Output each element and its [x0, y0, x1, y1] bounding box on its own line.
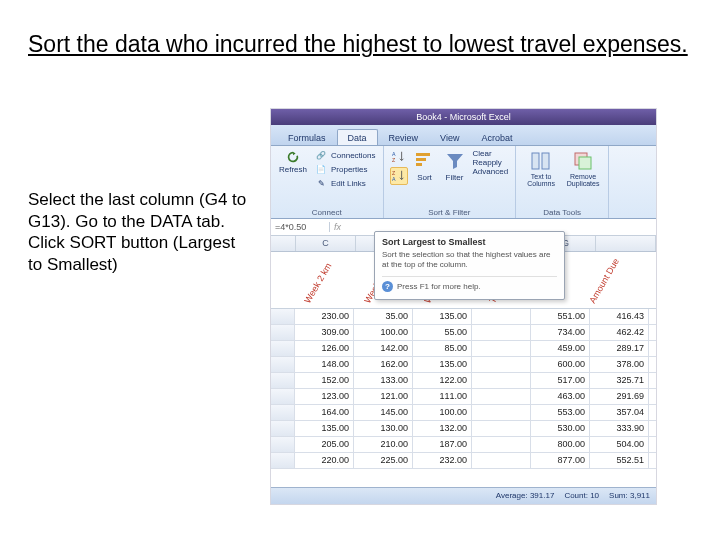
cell[interactable]: 121.00 [354, 389, 413, 404]
tab-data[interactable]: Data [337, 129, 378, 145]
cell[interactable]: 187.00 [413, 437, 472, 452]
cell[interactable]: 135.00 [295, 421, 354, 436]
cell[interactable]: 100.00 [354, 325, 413, 340]
group-label-sort: Sort & Filter [390, 208, 510, 217]
cell[interactable]: 600.00 [531, 357, 590, 372]
ribbon: Refresh 🔗Connections 📄Properties ✎Edit L… [271, 146, 656, 219]
cell[interactable]: 232.00 [413, 453, 472, 468]
fx-label: fx [330, 222, 345, 232]
window-titlebar: Book4 - Microsoft Excel [271, 109, 656, 125]
cell[interactable]: 123.00 [295, 389, 354, 404]
help-icon: ? [382, 281, 393, 292]
cell[interactable]: 553.00 [531, 405, 590, 420]
svg-rect-6 [416, 163, 422, 166]
cell[interactable]: 416.43 [590, 309, 649, 324]
cell[interactable]: 289.17 [590, 341, 649, 356]
cell[interactable] [472, 357, 531, 372]
cell[interactable]: 111.00 [413, 389, 472, 404]
cell[interactable]: 378.00 [590, 357, 649, 372]
cell[interactable]: 152.00 [295, 373, 354, 388]
col-header[interactable] [596, 236, 656, 251]
cell[interactable]: 504.00 [590, 437, 649, 452]
cell[interactable] [472, 437, 531, 452]
cell[interactable]: 35.00 [354, 309, 413, 324]
cell[interactable]: 133.00 [354, 373, 413, 388]
cell[interactable]: 142.00 [354, 341, 413, 356]
cell[interactable] [472, 453, 531, 468]
text-to-columns-button[interactable]: Text to Columns [522, 149, 560, 188]
cell[interactable]: 135.00 [413, 309, 472, 324]
tooltip-body: Sort the selection so that the highest v… [382, 250, 557, 270]
col-header[interactable]: C [296, 236, 356, 251]
tab-acrobat[interactable]: Acrobat [470, 129, 523, 145]
sort-dialog-button[interactable]: Sort [412, 149, 438, 183]
refresh-button[interactable]: Refresh [277, 149, 309, 175]
cell[interactable]: 230.00 [295, 309, 354, 324]
tab-formulas[interactable]: Formulas [277, 129, 337, 145]
col-header[interactable] [271, 236, 296, 251]
cell[interactable]: 463.00 [531, 389, 590, 404]
sort-tooltip: Sort Largest to Smallest Sort the select… [374, 231, 565, 300]
cell[interactable] [472, 325, 531, 340]
cell[interactable]: 122.00 [413, 373, 472, 388]
cell[interactable]: 148.00 [295, 357, 354, 372]
tab-view[interactable]: View [429, 129, 470, 145]
sort-az-button[interactable]: AZ [390, 149, 408, 165]
properties-icon: 📄 [314, 163, 328, 177]
remove-dup-icon [572, 150, 594, 172]
table-row: 123.00121.00111.00463.00291.69 [271, 389, 656, 405]
cell[interactable]: 517.00 [531, 373, 590, 388]
group-label-connections: Connect [277, 208, 377, 217]
cell[interactable]: 220.00 [295, 453, 354, 468]
cell[interactable] [472, 373, 531, 388]
connections-button[interactable]: 🔗Connections [313, 149, 376, 163]
cell[interactable]: 225.00 [354, 453, 413, 468]
cell[interactable]: 132.00 [413, 421, 472, 436]
cell[interactable]: 325.71 [590, 373, 649, 388]
remove-duplicates-button[interactable]: Remove Duplicates [564, 149, 602, 188]
cell[interactable]: 530.00 [531, 421, 590, 436]
cell[interactable]: 145.00 [354, 405, 413, 420]
name-box[interactable]: =4*0.50 [271, 222, 330, 232]
tab-review[interactable]: Review [378, 129, 430, 145]
cell[interactable]: 205.00 [295, 437, 354, 452]
cell[interactable]: 357.04 [590, 405, 649, 420]
sort-icon [414, 150, 436, 172]
advanced-button[interactable]: Advanced [472, 167, 510, 176]
cell[interactable]: 734.00 [531, 325, 590, 340]
cell[interactable] [472, 389, 531, 404]
cell[interactable]: 309.00 [295, 325, 354, 340]
cell[interactable]: 552.51 [590, 453, 649, 468]
cell[interactable]: 85.00 [413, 341, 472, 356]
cell[interactable]: 130.00 [354, 421, 413, 436]
clear-button[interactable]: Clear [472, 149, 510, 158]
cell[interactable]: 100.00 [413, 405, 472, 420]
cell[interactable] [472, 341, 531, 356]
svg-rect-8 [542, 153, 549, 169]
cell[interactable]: 55.00 [413, 325, 472, 340]
cell[interactable]: 126.00 [295, 341, 354, 356]
cell[interactable] [472, 421, 531, 436]
cell[interactable] [472, 405, 531, 420]
refresh-icon [286, 150, 300, 164]
reapply-button[interactable]: Reapply [472, 158, 510, 167]
filter-button[interactable]: Filter [442, 149, 468, 183]
edit-links-button[interactable]: ✎Edit Links [313, 177, 376, 191]
cell[interactable]: 877.00 [531, 453, 590, 468]
cell[interactable] [472, 309, 531, 324]
sort-za-button[interactable]: ZA [390, 167, 408, 185]
table-row: 220.00225.00232.00877.00552.51 [271, 453, 656, 469]
cell[interactable]: 291.69 [590, 389, 649, 404]
cell[interactable]: 333.90 [590, 421, 649, 436]
cell[interactable]: 459.00 [531, 341, 590, 356]
cell[interactable]: 210.00 [354, 437, 413, 452]
cell[interactable]: 551.00 [531, 309, 590, 324]
cell[interactable]: 135.00 [413, 357, 472, 372]
cell[interactable]: 164.00 [295, 405, 354, 420]
group-sort-filter: AZ ZA Sort Filter Clear Reapply Advanced… [384, 146, 517, 218]
properties-button[interactable]: 📄Properties [313, 163, 376, 177]
cell[interactable]: 462.42 [590, 325, 649, 340]
diag-label: Week 2 km [302, 261, 333, 305]
cell[interactable]: 800.00 [531, 437, 590, 452]
cell[interactable]: 162.00 [354, 357, 413, 372]
